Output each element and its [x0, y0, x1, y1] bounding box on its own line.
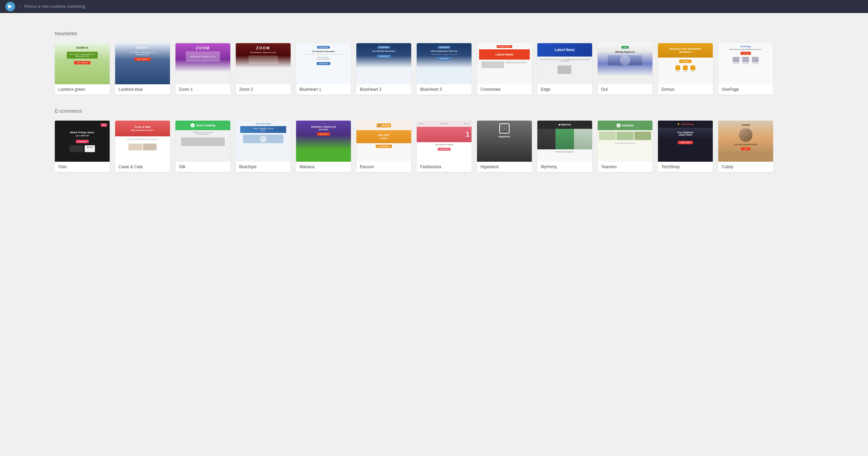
template-label-connected: Connected [477, 84, 532, 95]
template-card-zoom2[interactable]: ZOOM New designer sunglasses in store Zo… [236, 43, 291, 95]
template-label-cutely: Cutely [718, 162, 773, 172]
template-preview-fashionista: SHOPCONTACTABOUT 1 New collection availa… [417, 121, 472, 162]
template-card-fashionista[interactable]: SHOPCONTACTABOUT 1 New collection availa… [417, 121, 472, 172]
template-preview-oslo: NEW Black Friday Salesup to 60% off Clea… [55, 121, 110, 162]
template-card-edge[interactable]: Latest News You can find the best tips o… [537, 43, 592, 95]
topbar-logo [5, 2, 15, 11]
template-preview-techshop: ⚡ TechShop Your Hightechonline store SHO… [658, 121, 713, 162]
template-preview-bluestyle: CK's Blue Style NEW SUMMER SALE60% [236, 121, 291, 162]
template-card-lockbox-green[interactable]: lockb∞x Our event is taking place onNove… [55, 43, 110, 95]
template-label-casie: Casie & Cate [115, 162, 170, 172]
template-preview-cutely: Cutely THE CAFÉ FASHION STORE SHOP [718, 121, 773, 162]
template-label-zoom2: Zoom 2 [236, 84, 291, 95]
template-card-blueheart2[interactable]: ● BlueHeart Our Monthly Newsletter READ … [356, 43, 411, 95]
template-preview-racoon: 🦝 racoon 60% OFFOFFER LOOK NOW [356, 121, 411, 162]
template-preview-silk: ● June Catalog Single-brewed coffee Tea … [175, 121, 230, 162]
template-preview-teamino: ✿ teamino Fresh organic products collect… [598, 121, 652, 162]
template-preview-blueheart3: ● BlueHeart Hello {{dataname:"there"}}! … [417, 43, 472, 84]
template-label-edge: Edge [537, 84, 592, 95]
svg-marker-0 [8, 4, 12, 9]
template-label-onepage: OnePage [718, 84, 773, 95]
section-title: E-commerce [55, 108, 813, 114]
template-label-blueheart3: BlueHeart 3 [417, 84, 472, 95]
template-label-teamino: Teamino [598, 162, 652, 172]
template-label-bluestyle: BlueStyle [236, 162, 291, 172]
template-card-silk[interactable]: ● June Catalog Single-brewed coffee Tea … [175, 121, 230, 172]
template-label-myhomy: MyHomy [537, 162, 592, 172]
template-card-hypedeck[interactable]: H Hypedeck Hypedeck [477, 121, 532, 172]
template-card-myhomy[interactable]: ◆ MyHomy Interior Design Solutions MyHom… [537, 121, 592, 172]
template-card-connected[interactable]: CONNECTED+ Latest News Connected [477, 43, 532, 95]
template-label-lockbox-green: Lockbox green [55, 84, 110, 95]
template-card-teamino[interactable]: ✿ teamino Fresh organic products collect… [598, 121, 652, 172]
template-preview-casie: Casie & kateNew products in store ! Summ… [115, 121, 170, 162]
template-label-silk: Silk [175, 162, 230, 172]
template-card-onepage[interactable]: YourPage More than an email template for… [718, 43, 773, 95]
template-card-bluestyle[interactable]: CK's Blue Style NEW SUMMER SALE60% BlueS… [236, 121, 291, 172]
template-preview-lockbox-green: lockb∞x Our event is taking place onNove… [55, 43, 110, 84]
template-label-domus: Domus [658, 84, 713, 95]
template-card-oslo[interactable]: NEW Black Friday Salesup to 60% off Clea… [55, 121, 110, 172]
template-preview-domus: Discover Our EnterpriseSolutions Product… [658, 43, 713, 84]
main-content: Newsletter lockb∞x Our event is taking p… [0, 13, 868, 197]
template-card-mariana[interactable]: ●●● FANTASY LIFESTYLEAVAILABLE SHOP NOW … [296, 121, 351, 172]
template-preview-edge: Latest News You can find the best tips o… [537, 43, 592, 84]
template-label-fashionista: Fashionista [417, 162, 472, 172]
template-preview-connected: CONNECTED+ Latest News [477, 43, 532, 84]
template-label-blueheart1: BlueHeart 1 [296, 84, 351, 95]
template-preview-zoom2: ZOOM New designer sunglasses in store [236, 43, 291, 84]
template-card-racoon[interactable]: 🦝 racoon 60% OFFOFFER LOOK NOW Racoon [356, 121, 411, 172]
template-card-blueheart3[interactable]: ● BlueHeart Hello {{dataname:"there"}}! … [417, 43, 472, 95]
templates-grid-newsletter: lockb∞x Our event is taking place onNove… [55, 43, 813, 95]
template-card-domus[interactable]: Discover Our EnterpriseSolutions Product… [658, 43, 713, 95]
template-card-lockbox-blue[interactable]: lockb∞x Our event is taking place onNove… [115, 43, 170, 95]
template-label-blueheart2: BlueHeart 2 [356, 84, 411, 95]
template-card-cutely[interactable]: Cutely THE CAFÉ FASHION STORE SHOP Cutel… [718, 121, 773, 172]
template-card-casie[interactable]: Casie & kateNew products in store ! Summ… [115, 121, 170, 172]
template-preview-myhomy: ◆ MyHomy Interior Design Solutions [537, 121, 592, 162]
template-preview-hypedeck: H Hypedeck [477, 121, 532, 162]
template-label-techshop: TechShop [658, 162, 713, 172]
template-label-oslo: Oslo [55, 162, 110, 172]
topbar: ← Retour à mes modèles marketing [0, 0, 868, 13]
template-preview-onepage: YourPage More than an email template for… [718, 43, 773, 84]
template-preview-zoom1: ZOOM New designer sunglasses in store [175, 43, 230, 84]
template-preview-out: ●●● Weekly Digest #1 [598, 43, 652, 84]
template-preview-blueheart1: ● BlueHeart Our Monthly Newsletter Dear … [296, 43, 351, 84]
section-ecommerce: E-commerce NEW Black Friday Salesup to 6… [55, 108, 813, 172]
template-label-zoom1: Zoom 1 [175, 84, 230, 95]
section-newsletter: Newsletter lockb∞x Our event is taking p… [55, 31, 813, 95]
template-label-hypedeck: Hypedeck [477, 162, 532, 172]
template-card-blueheart1[interactable]: ● BlueHeart Our Monthly Newsletter Dear … [296, 43, 351, 95]
template-label-out: Out [598, 84, 652, 95]
template-card-out[interactable]: ●●● Weekly Digest #1 Out [598, 43, 652, 95]
template-card-zoom1[interactable]: ZOOM New designer sunglasses in store Zo… [175, 43, 230, 95]
template-preview-mariana: ●●● FANTASY LIFESTYLEAVAILABLE SHOP NOW [296, 121, 351, 162]
template-card-techshop[interactable]: ⚡ TechShop Your Hightechonline store SHO… [658, 121, 713, 172]
template-label-racoon: Racoon [356, 162, 411, 172]
template-preview-blueheart2: ● BlueHeart Our Monthly Newsletter READ … [356, 43, 411, 84]
template-label-mariana: Mariana [296, 162, 351, 172]
template-label-lockbox-blue: Lockbox blue [115, 84, 170, 95]
back-link[interactable]: ← Retour à mes modèles marketing [19, 4, 85, 9]
section-title: Newsletter [55, 31, 813, 36]
templates-grid-ecommerce: NEW Black Friday Salesup to 60% off Clea… [55, 121, 813, 172]
template-preview-lockbox-blue: lockb∞x Our event is taking place onNove… [115, 43, 170, 84]
